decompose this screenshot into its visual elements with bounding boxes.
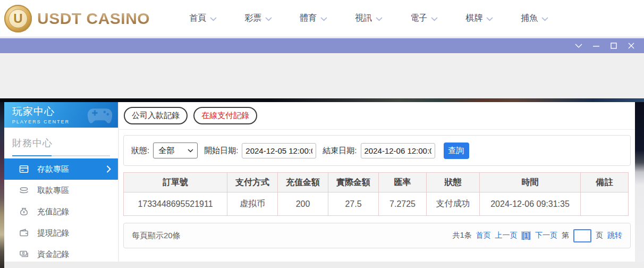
deposit-card-icon [19, 164, 29, 174]
table-row: 1733448695521911 虚拟币 200 27.5 7.2725 支付成… [124, 192, 629, 216]
search-button[interactable]: 查詢 [444, 143, 469, 159]
col-actual-amount: 實際金額 [328, 173, 379, 192]
top-header: U USDT CASINO 首頁 彩票 體育 視訊 電子 棋牌 捕魚 [0, 0, 644, 37]
nav-item-slots[interactable]: 電子 [396, 13, 452, 24]
window-collapse-button[interactable] [570, 38, 587, 53]
nav-item-video[interactable]: 視訊 [341, 13, 396, 24]
status-label: 狀態: [131, 146, 149, 156]
prev-page-link[interactable]: 上一页 [495, 231, 517, 240]
status-select[interactable]: 全部 [153, 143, 198, 158]
cell-status: 支付成功 [427, 192, 480, 216]
nav-label: 體育 [300, 13, 317, 24]
coin-logo-icon: U [4, 5, 32, 32]
col-remark: 備註 [581, 173, 629, 192]
nav-label: 首頁 [189, 13, 206, 24]
chevron-down-icon [320, 17, 327, 21]
nav-label: 彩票 [244, 13, 261, 24]
window-close-button[interactable] [622, 38, 640, 53]
gamepad-icon [86, 105, 114, 125]
current-page-indicator: [1] [521, 231, 531, 240]
chevron-down-icon [265, 17, 272, 21]
chevron-right-icon [106, 165, 111, 173]
sidebar-divider [12, 155, 110, 156]
status-select-value: 全部 [158, 146, 174, 156]
chevron-down-icon [575, 44, 582, 48]
col-exchange-rate: 匯率 [379, 173, 427, 192]
cell-exchange-rate: 7.2725 [379, 192, 427, 216]
nav-label: 視訊 [355, 13, 372, 24]
col-payment-method: 支付方式 [227, 173, 278, 192]
pagination-bar: 每頁顯示20條 共1条 首页 上一页 [1] 下一页 第 页 跳转 [123, 223, 631, 248]
nav-label: 捕魚 [521, 13, 538, 24]
chevron-down-icon [541, 17, 548, 21]
banknotes-icon [19, 249, 29, 259]
coin-letter: U [9, 9, 28, 28]
col-time: 時間 [480, 173, 581, 192]
maximize-icon [610, 42, 617, 49]
brand-name: USDT CASINO [37, 10, 150, 28]
records-table: 訂單號 支付方式 充值金額 實際金額 匯率 狀態 時間 備註 173344869… [123, 172, 629, 216]
window-maximize-button[interactable] [605, 38, 622, 53]
tab-online-payment-records[interactable]: 在線支付記錄 [193, 107, 257, 124]
pagination-controls: 共1条 首页 上一页 [1] 下一页 第 页 跳转 [453, 229, 622, 242]
next-page-link[interactable]: 下一页 [535, 231, 557, 240]
minimize-icon [592, 42, 600, 49]
tab-company-deposit-records[interactable]: 公司入款記錄 [124, 107, 188, 124]
col-recharge-amount: 充值金額 [278, 173, 328, 192]
cell-actual-amount: 27.5 [328, 192, 379, 216]
sidebar-item-withdraw-area[interactable]: 取款專區 [4, 180, 118, 201]
nav-item-cards[interactable]: 棋牌 [452, 13, 507, 24]
nav-item-fishing[interactable]: 捕魚 [507, 13, 562, 24]
sidebar-item-label: 資金記錄 [37, 249, 69, 259]
sidebar-item-recharge-records[interactable]: 充值記錄 [4, 201, 118, 222]
sidebar-item-deposit-area[interactable]: 存款專區 [4, 158, 118, 180]
sidebar-item-label: 充值記錄 [37, 207, 69, 217]
cell-payment-method: 虚拟币 [227, 192, 278, 216]
start-date-input[interactable] [242, 143, 316, 158]
sidebar-item-label: 存款專區 [37, 164, 69, 174]
end-date-input[interactable] [361, 143, 435, 158]
nav-item-home[interactable]: 首頁 [175, 13, 231, 24]
nav-label: 電子 [410, 13, 427, 24]
window-minimize-button[interactable] [587, 38, 605, 53]
col-order-number: 訂單號 [124, 173, 227, 192]
chevron-down-icon [486, 17, 493, 21]
sidebar-item-label: 取款專區 [37, 186, 69, 196]
background-art-band [0, 98, 644, 102]
background-art-right [635, 102, 644, 262]
chevron-down-icon [188, 149, 193, 153]
cell-recharge-amount: 200 [278, 192, 328, 216]
sidebar-menu: 存款專區 取款專區 充值記錄 提現記錄 資金記錄 [4, 158, 118, 265]
jump-action-link[interactable]: 跳转 [607, 231, 622, 240]
jump-prefix-label: 第 [562, 231, 569, 240]
tabs-divider [119, 129, 635, 130]
chevron-down-icon [431, 17, 438, 21]
first-page-link[interactable]: 首页 [476, 231, 490, 240]
jump-suffix-label: 页 [596, 231, 603, 240]
filter-bar: 狀態: 全部 開始日期: 結束日期: 查詢 [123, 135, 631, 166]
chevron-down-icon [376, 17, 383, 21]
nav-label: 棋牌 [465, 13, 482, 24]
window-titlebar [0, 38, 644, 53]
chevron-down-icon [210, 17, 217, 21]
sidebar-item-label: 提現記錄 [37, 228, 69, 238]
money-bag-icon [19, 206, 29, 217]
nav-item-sports[interactable]: 體育 [286, 13, 341, 24]
finance-center-heading: 財務中心 [4, 128, 118, 155]
end-date-label: 結束日期: [323, 146, 357, 156]
cell-order-number: 1733448695521911 [124, 192, 227, 216]
table-header-row: 訂單號 支付方式 充值金額 實際金額 匯率 狀態 時間 備註 [124, 173, 629, 192]
nav-item-lottery[interactable]: 彩票 [231, 13, 286, 24]
background-art-left [0, 102, 4, 268]
sidebar-header: 玩家中心 PLAYERS CENTER [4, 102, 118, 128]
per-page-text: 每頁顯示20條 [132, 231, 181, 241]
sidebar-item-withdrawal-records[interactable]: 提現記錄 [4, 222, 118, 244]
bottom-gray-strip [4, 262, 644, 268]
brand-logo[interactable]: U USDT CASINO [4, 5, 150, 32]
wallet-icon [19, 228, 29, 238]
players-center-sidebar: 玩家中心 PLAYERS CENTER 財務中心 存款專區 取款專區 [4, 102, 118, 262]
cell-remark [581, 192, 629, 216]
col-status: 狀態 [427, 173, 480, 192]
page-jump-input[interactable] [573, 229, 591, 242]
empty-content-area [0, 53, 644, 98]
